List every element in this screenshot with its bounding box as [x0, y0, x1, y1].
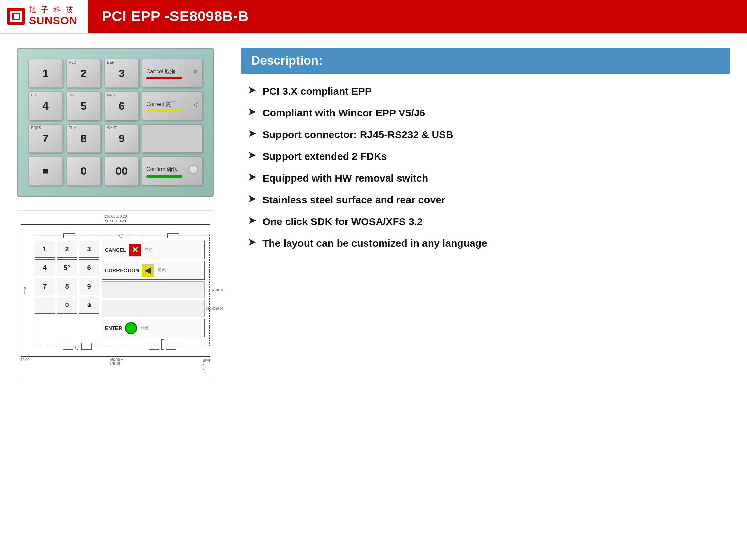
feature-arrow-2: ➤ — [248, 129, 256, 138]
s-key-7[interactable]: 7 — [35, 278, 55, 295]
key-00[interactable]: 00 — [104, 156, 139, 186]
feature-text-4: Equipped with HW removal switch — [262, 171, 428, 185]
dim-bottom2: 160.00 ± — [109, 358, 123, 362]
confirm-circle — [188, 165, 198, 174]
feature-text-6: One click SDK for WOSA/XFS 3.2 — [262, 214, 423, 229]
feature-text-0: PCI 3.X compliant EPP — [262, 84, 372, 98]
key-5[interactable]: JKL 5 — [66, 91, 101, 120]
feature-text-1: Compliant with Wincor EPP V5/J6 — [262, 106, 425, 120]
sf-cancel-color: 红色 — [145, 247, 153, 253]
dim-right2: 332.60±0.20 — [206, 307, 223, 310]
feature-arrow-7: ➤ — [248, 238, 256, 247]
key-6-label: 6 — [119, 100, 125, 112]
tab-bl1 — [63, 343, 73, 350]
cancel-x-icon: ✕ — [129, 244, 141, 256]
key-dot[interactable]: ■ — [28, 156, 63, 186]
key-8-sub: TUV — [69, 126, 76, 130]
feature-item-5: ➤ Stainless steel surface and rear cover — [248, 193, 730, 207]
tab-br2 — [166, 343, 176, 350]
key-0[interactable]: 0 — [66, 156, 101, 186]
feature-arrow-4: ➤ — [248, 172, 256, 182]
key-9-label: 9 — [119, 132, 125, 145]
feature-arrow-5: ➤ — [248, 194, 256, 204]
dim-top2: 96.50 ± 0.20 — [21, 219, 210, 223]
correction-arrow-icon: ◀ — [142, 264, 154, 277]
s-key-4[interactable]: 4 — [35, 259, 55, 276]
s-key-3[interactable]: 3 — [79, 241, 99, 258]
key-3-sub: DEF — [107, 61, 114, 64]
key-9-sub: WXYZ — [107, 126, 117, 130]
sf-correction-color: 黄色 — [158, 267, 166, 273]
key-3-label: 3 — [119, 67, 125, 80]
logo-area: 旭 子 科 技 SUNSON — [0, 0, 88, 33]
key-1-label: 1 — [42, 67, 49, 80]
sf-correction-key[interactable]: CORRECTION ◀ 黄色 — [102, 261, 205, 280]
tab-br1 — [149, 343, 159, 350]
feature-item-3: ➤ Support extended 2 FDKs — [248, 149, 730, 164]
key-dot-label: ■ — [43, 166, 49, 176]
func-key-cancel[interactable]: Cancel 取消 ✕ — [142, 59, 203, 88]
keypad-photo: 1 ABC 2 DEF 3 GHI 4 — [17, 48, 214, 197]
tab-tl — [63, 233, 75, 238]
func-key-empty — [142, 124, 203, 153]
key-7-sub: PQRS — [31, 126, 41, 130]
feature-arrow-3: ➤ — [248, 151, 256, 160]
key-2-sub: ABC — [69, 61, 76, 64]
mounting-tabs-bottom — [35, 339, 205, 350]
s-key-0[interactable]: 0 — [57, 297, 77, 314]
key-6[interactable]: MNO 6 — [104, 91, 139, 120]
feature-arrow-6: ➤ — [248, 216, 256, 225]
feature-item-0: ➤ PCI 3.X compliant EPP — [248, 84, 730, 98]
correct-icon: ◁ — [193, 100, 198, 108]
key-2-label: 2 — [80, 67, 87, 80]
features-list: ➤ PCI 3.X compliant EPP ➤ Compliant with… — [241, 84, 730, 250]
key-1[interactable]: 1 — [28, 59, 63, 88]
confirm-bar — [146, 175, 182, 178]
key-3[interactable]: DEF 3 — [104, 59, 139, 88]
key-4[interactable]: GHI 4 — [28, 91, 63, 120]
key-8-label: 8 — [80, 132, 87, 145]
s-key-dash[interactable]: — — [35, 297, 55, 314]
dim-top1: 138.00 ± 0.20 — [21, 214, 210, 218]
s-key-6[interactable]: 6 — [79, 259, 99, 276]
feature-item-4: ➤ Equipped with HW removal switch — [248, 171, 730, 185]
s-key-8[interactable]: 8 — [57, 278, 77, 295]
dim-bottom1: 12.00 — [21, 358, 29, 373]
hole-bl — [75, 346, 79, 350]
logo-text-block: 旭 子 科 技 SUNSON — [29, 5, 77, 27]
key-7-label: 7 — [42, 132, 49, 145]
schematic-drawing: 138.00 ± 0.20 96.50 ± 0.20 82.31 1 — [17, 210, 214, 377]
sf-empty-key-2: 332.60±0.20 — [102, 300, 205, 317]
feature-item-7: ➤ The layout can be customized in any la… — [248, 236, 730, 250]
sf-enter-key[interactable]: ENTER 绿色 — [102, 319, 205, 337]
s-key-9[interactable]: 9 — [79, 278, 99, 295]
sf-correction-label: CORRECTION — [105, 267, 139, 273]
bottom-tabs-left — [63, 339, 92, 350]
func-key-confirm[interactable]: Confirm 确认 — [142, 156, 203, 186]
feature-text-7: The layout can be customized in any lang… — [262, 236, 487, 250]
s-key-5[interactable]: 5° — [57, 259, 77, 276]
s-key-2[interactable]: 2 — [57, 241, 77, 258]
s-key-1[interactable]: 1 — [35, 241, 55, 258]
sf-empty-key-1: 120.40±0.20 — [102, 281, 205, 298]
key-2[interactable]: ABC 2 — [66, 59, 101, 88]
keypad-numpad: 1 ABC 2 DEF 3 GHI 4 — [28, 59, 139, 186]
func-confirm-label: Confirm 确认 — [146, 166, 178, 173]
key-8[interactable]: TUV 8 — [66, 124, 101, 153]
func-key-correct[interactable]: Correct 更正 ◁ — [142, 91, 203, 120]
hole-top — [119, 234, 123, 238]
header: 旭 子 科 技 SUNSON PCI EPP -SE8098B-B — [0, 0, 747, 34]
key-9[interactable]: WXYZ 9 — [104, 124, 139, 153]
func-cancel-label: Cancel 取消 — [146, 68, 176, 75]
key-7[interactable]: PQRS 7 — [28, 124, 63, 153]
s-key-plus[interactable]: ⊕ — [79, 297, 99, 314]
page-title: PCI EPP -SE8098B-B — [102, 8, 249, 24]
sf-cancel-key[interactable]: CANCEL ✕ 红色 — [102, 241, 205, 259]
tab-bl2 — [81, 343, 92, 350]
sf-enter-label: ENTER — [105, 325, 122, 331]
dim-bottom3: 176.00 ± — [109, 362, 123, 366]
feature-text-3: Support extended 2 FDKs — [262, 149, 387, 164]
svg-rect-3 — [14, 14, 19, 19]
schematic-main-row: 1 2 3 4 5° 6 7 8 9 — 0 ⊕ — [35, 241, 205, 337]
title-area: PCI EPP -SE8098B-B — [88, 0, 747, 33]
